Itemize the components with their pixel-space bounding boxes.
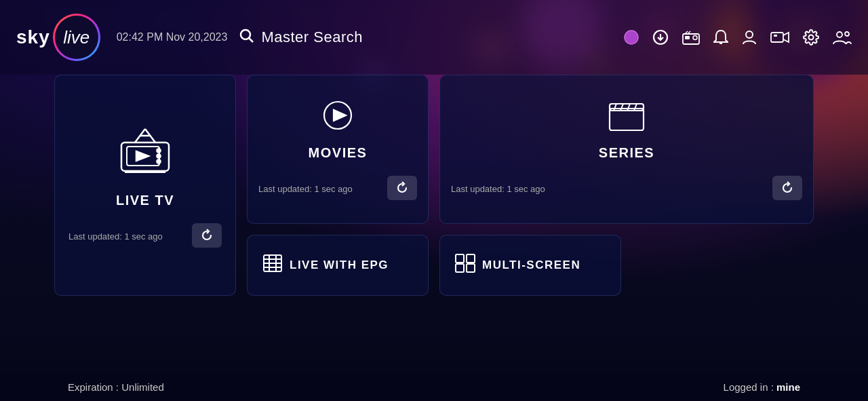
epg-title: LIVE WITH EPG <box>290 259 389 272</box>
series-card[interactable]: SERIES Last updated: 1 sec ago <box>439 75 814 224</box>
search-bar[interactable]: Master Search <box>238 27 414 47</box>
datetime-display: 02:42 PM Nov 20,2023 <box>117 31 228 43</box>
live-tv-title: LIVE TV <box>116 193 174 208</box>
logo-live-circle: live <box>53 14 100 61</box>
svg-rect-13 <box>774 35 777 37</box>
movies-icon <box>319 99 357 138</box>
movies-title: MOVIES <box>309 145 368 161</box>
multiscreen-icon <box>455 254 475 278</box>
settings-icon[interactable] <box>803 29 819 45</box>
search-icon <box>238 27 254 47</box>
svg-point-7 <box>693 36 697 40</box>
logo-sky-text: sky <box>16 26 50 48</box>
account-icon[interactable] <box>742 29 757 45</box>
svg-point-15 <box>837 32 842 37</box>
movies-updated: Last updated: 1 sec ago <box>258 184 353 194</box>
movies-card[interactable]: MOVIES Last updated: 1 sec ago <box>247 75 429 224</box>
cards-grid: LIVE TV Last updated: 1 sec ago MOVIES L… <box>0 75 868 296</box>
epg-icon <box>262 254 283 278</box>
svg-point-24 <box>157 154 161 157</box>
svg-point-11 <box>746 31 753 38</box>
movies-footer: Last updated: 1 sec ago <box>258 176 417 200</box>
expiration-info: Expiration : Unlimited <box>68 381 164 393</box>
series-title: SERIES <box>599 145 654 161</box>
svg-marker-22 <box>136 151 149 161</box>
multiscreen-card[interactable]: MULTI-SCREEN <box>439 235 621 296</box>
svg-point-0 <box>241 30 250 39</box>
notification-icon[interactable] <box>713 29 728 45</box>
svg-rect-46 <box>456 264 464 272</box>
svg-line-34 <box>627 104 630 111</box>
live-tv-card[interactable]: LIVE TV Last updated: 1 sec ago <box>54 75 236 296</box>
header-icons <box>624 29 852 45</box>
header: sky live 02:42 PM Nov 20,2023 Master Sea… <box>0 0 868 75</box>
live-tv-icon <box>115 123 176 185</box>
svg-point-14 <box>809 35 814 40</box>
series-refresh-button[interactable] <box>772 176 802 200</box>
svg-rect-44 <box>456 254 464 263</box>
live-tv-refresh-button[interactable] <box>192 223 222 248</box>
svg-point-16 <box>845 32 849 36</box>
series-footer: Last updated: 1 sec ago <box>451 176 802 200</box>
svg-point-23 <box>157 149 161 152</box>
svg-point-25 <box>157 159 161 163</box>
svg-rect-6 <box>685 36 690 39</box>
radio-icon[interactable] <box>682 30 700 45</box>
multiscreen-title: MULTI-SCREEN <box>482 259 580 272</box>
svg-line-33 <box>620 104 623 111</box>
live-tv-footer: Last updated: 1 sec ago <box>68 223 222 248</box>
logged-in-info: Logged in : mine <box>724 381 800 393</box>
download-icon[interactable] <box>652 29 669 45</box>
svg-rect-30 <box>610 109 644 130</box>
live-epg-card[interactable]: LIVE WITH EPG <box>247 235 429 296</box>
svg-point-2 <box>625 31 638 44</box>
record-icon[interactable] <box>770 30 789 45</box>
svg-rect-45 <box>467 254 475 263</box>
svg-marker-29 <box>334 110 346 121</box>
movies-refresh-button[interactable] <box>387 176 417 200</box>
users-icon[interactable] <box>833 29 852 45</box>
logo[interactable]: sky live <box>16 14 100 61</box>
svg-rect-47 <box>467 264 475 272</box>
svg-line-35 <box>634 104 637 111</box>
svg-line-32 <box>614 104 616 111</box>
live-tv-updated: Last updated: 1 sec ago <box>68 231 163 242</box>
series-updated: Last updated: 1 sec ago <box>451 184 545 194</box>
series-icon <box>607 99 646 138</box>
purple-dot-icon[interactable] <box>624 30 639 45</box>
svg-line-1 <box>250 39 254 43</box>
search-label: Master Search <box>261 28 363 46</box>
svg-rect-12 <box>771 33 783 42</box>
footer-bar: Expiration : Unlimited Logged in : mine <box>0 373 868 401</box>
